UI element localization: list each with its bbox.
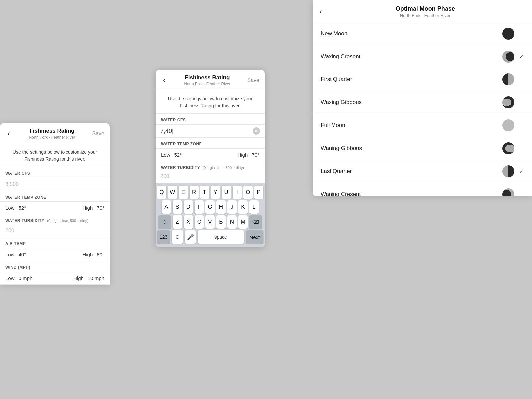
left-temp-high-label: High — [82, 205, 93, 211]
left-turbidity-label-row: WATER TURBIDITY (0 = gin clear, 500 = di… — [0, 214, 110, 224]
right-panel: ‹ Optimal Moon Phase North Fork - Feathe… — [313, 0, 532, 196]
emoji-key[interactable]: ☺ — [172, 230, 183, 244]
left-temp-low-value: 52° — [19, 205, 26, 211]
key-q[interactable]: Q — [157, 186, 166, 199]
left-wind-label: WIND (MPH) — [0, 261, 110, 272]
moon-row-5[interactable]: Waning Gibbous✓ — [313, 137, 532, 160]
left-wind-high-label: High — [73, 275, 84, 281]
left-panel-title: Fishiness Rating — [12, 128, 92, 134]
key-b[interactable]: B — [216, 215, 226, 229]
keyboard: Q W E R T Y U I O P A S D F G H J K L ⇧ … — [156, 183, 265, 247]
mid-water-temp-label: WATER TEMP ZONE — [156, 138, 265, 149]
next-key[interactable]: Next — [246, 230, 264, 244]
moon-label-1: Waxing Cresent — [321, 53, 360, 60]
keyboard-row-1: Q W E R T Y U I O P — [157, 186, 263, 199]
left-wind-low-value: 0 mph — [19, 275, 33, 281]
key-g[interactable]: G — [205, 200, 215, 214]
right-back-button[interactable]: ‹ — [319, 7, 322, 16]
moon-row-7[interactable]: Waning Cresent✓ — [313, 183, 532, 196]
key-o[interactable]: O — [243, 186, 253, 199]
mid-clear-button[interactable]: ✕ — [253, 127, 260, 135]
key-s[interactable]: S — [173, 200, 182, 214]
left-air-temp-label: AIR TEMP — [0, 237, 110, 248]
moon-icon-1 — [502, 51, 514, 63]
key-v[interactable]: V — [205, 215, 215, 229]
key-u[interactable]: U — [222, 186, 231, 199]
mid-panel-title: Fishiness Rating — [167, 74, 247, 81]
backspace-key[interactable]: ⌫ — [249, 215, 262, 229]
moon-row-3[interactable]: Waxing Gibbous✓ — [313, 91, 532, 114]
moon-label-6: Last Quarter — [321, 168, 352, 175]
key-p[interactable]: P — [254, 186, 264, 199]
moon-icon-6 — [502, 165, 514, 177]
right-panel-header: ‹ Optimal Moon Phase North Fork - Feathe… — [313, 0, 532, 22]
moon-row-2[interactable]: First Quarter✓ — [313, 68, 532, 91]
moon-icon-5 — [502, 142, 514, 154]
key-k[interactable]: K — [238, 200, 248, 214]
key-h[interactable]: H — [216, 200, 226, 214]
left-air-high-value: 80° — [97, 252, 104, 257]
key-l[interactable]: L — [249, 200, 259, 214]
key-a[interactable]: A — [162, 200, 171, 214]
key-t[interactable]: T — [200, 186, 209, 199]
left-water-temp-label: WATER TEMP ZONE — [0, 191, 110, 202]
left-save-button[interactable]: Save — [92, 131, 104, 137]
key-n[interactable]: N — [227, 215, 237, 229]
left-panel-description: Use the settings below to customize your… — [0, 143, 110, 167]
mid-save-button[interactable]: Save — [247, 77, 259, 83]
key-e[interactable]: E — [179, 186, 188, 199]
mid-cfs-input-row[interactable]: 7,40| ✕ — [156, 125, 265, 138]
moon-checkmark-1: ✓ — [519, 53, 524, 60]
left-air-temp-row: Low 40° High 80° — [0, 248, 110, 261]
key-d[interactable]: D — [184, 200, 193, 214]
moon-row-0[interactable]: New Moon✓ — [313, 22, 532, 45]
mid-water-temp-row: Low 52° High 70° — [156, 149, 265, 161]
mid-turbidity-label-row: WATER TURBIDITY (0 = gin clear, 500 = di… — [156, 161, 265, 171]
key-m[interactable]: M — [238, 215, 248, 229]
left-wind-high-value: 10 mph — [88, 275, 104, 281]
keyboard-row-2: A S D F G H J K L — [157, 200, 263, 214]
left-panel-header: ‹ Fishiness Rating North Fork - Feather … — [0, 123, 110, 143]
key-y[interactable]: Y — [211, 186, 220, 199]
moon-label-4: Full Moon — [321, 122, 345, 129]
left-turbidity-value: 200 — [0, 224, 110, 237]
mid-water-cfs-label: WATER CFS — [156, 114, 265, 125]
mid-title-block: Fishiness Rating North Fork - Feather Ri… — [167, 74, 247, 86]
left-wind-low-label: Low — [5, 275, 15, 281]
shift-key[interactable]: ⇧ — [158, 215, 171, 229]
moon-checkmark-6: ✓ — [519, 168, 524, 175]
moon-row-1[interactable]: Waxing Cresent✓ — [313, 45, 532, 68]
key-i[interactable]: I — [233, 186, 242, 199]
key-w[interactable]: W — [168, 186, 177, 199]
moon-row-6[interactable]: Last Quarter✓ — [313, 160, 532, 183]
key-c[interactable]: C — [195, 215, 204, 229]
mid-cfs-input-text: 7,40| — [160, 128, 174, 135]
left-water-cfs-label: WATER CFS — [0, 167, 110, 178]
key-f[interactable]: F — [195, 200, 204, 214]
left-turbidity-hint: (0 = gin clear, 500 = dirty) — [47, 219, 88, 223]
mid-panel-header: ‹ Fishiness Rating North Fork - Feather … — [156, 70, 265, 90]
key-x[interactable]: X — [184, 215, 193, 229]
num-key[interactable]: 123 — [157, 230, 170, 244]
space-key[interactable]: space — [198, 230, 244, 244]
moon-icon-4 — [502, 119, 514, 131]
mid-back-button[interactable]: ‹ — [161, 76, 167, 85]
moon-icon-7 — [502, 188, 514, 196]
key-z[interactable]: Z — [173, 215, 182, 229]
right-panel-title: Optimal Moon Phase — [325, 5, 525, 12]
keyboard-row-4: 123 ☺ 🎤 space Next — [157, 230, 263, 244]
mid-panel-description: Use the settings below to customize your… — [156, 90, 265, 114]
mid-panel: ‹ Fishiness Rating North Fork - Feather … — [156, 70, 265, 247]
key-j[interactable]: J — [227, 200, 237, 214]
moon-label-5: Waning Gibbous — [321, 145, 362, 152]
left-back-button[interactable]: ‹ — [5, 129, 12, 138]
mid-temp-low-label: Low — [161, 152, 170, 158]
left-turbidity-label: WATER TURBIDITY — [5, 218, 44, 223]
moon-icon-0 — [502, 28, 514, 40]
moon-phases-list: New Moon✓Waxing Cresent✓First Quarter✓Wa… — [313, 22, 532, 196]
mid-temp-high-value: 70° — [252, 152, 259, 158]
moon-row-4[interactable]: Full Moon✓ — [313, 114, 532, 137]
key-r[interactable]: R — [190, 186, 199, 199]
left-water-temp-row: Low 52° High 70° — [0, 202, 110, 214]
mic-key[interactable]: 🎤 — [185, 230, 196, 244]
